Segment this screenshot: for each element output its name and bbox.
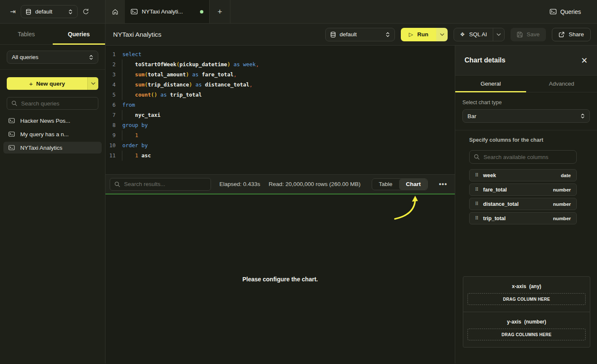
more-options-icon[interactable]: ••• xyxy=(436,181,450,188)
code-line[interactable]: 9 1 xyxy=(105,130,455,140)
save-button[interactable]: Save xyxy=(511,28,546,41)
drag-handle-icon[interactable]: ⠿ xyxy=(475,187,478,192)
x-axis-drop-zone[interactable]: DRAG COLUMN HERE xyxy=(467,293,586,305)
tab-advanced[interactable]: Advanced xyxy=(526,75,597,92)
header-database-select[interactable]: default xyxy=(325,28,395,41)
line-number: 3 xyxy=(105,70,122,80)
home-tab[interactable] xyxy=(105,0,125,23)
tab-general[interactable]: General xyxy=(455,75,526,92)
tab-nytaxi-analytics[interactable]: NYTaxi Analyti... xyxy=(125,0,210,23)
sidebar: Tables Queries All queries + New query xyxy=(0,24,105,364)
columns-search-input[interactable] xyxy=(484,154,572,160)
new-query-label: New query xyxy=(36,81,65,87)
chart-type-label: Select chart type xyxy=(462,100,590,105)
x-axis-section: x-axis(any) DRAG COLUMN HERE xyxy=(463,277,590,312)
drag-handle-icon[interactable]: ⠿ xyxy=(475,173,478,178)
drag-handle-icon[interactable]: ⠿ xyxy=(475,201,478,207)
column-type: number xyxy=(553,187,571,192)
query-search-input[interactable] xyxy=(21,100,96,107)
line-number: 1 xyxy=(105,49,122,59)
line-number: 6 xyxy=(105,100,122,110)
sql-editor[interactable]: 1select2 toStartOfWeek(pickup_datetime) … xyxy=(105,46,455,174)
drag-handle-icon[interactable]: ⠿ xyxy=(475,216,478,221)
chart-panel-tabs: General Advanced xyxy=(455,75,597,92)
sidebar-divider xyxy=(0,69,105,70)
new-tab-button[interactable]: + xyxy=(217,8,222,16)
code-line[interactable]: 11 1 asc xyxy=(105,151,455,161)
chevron-updown-icon xyxy=(89,54,93,60)
work-area: 1select2 toStartOfWeek(pickup_datetime) … xyxy=(105,46,455,364)
code-line[interactable]: 8group by xyxy=(105,120,455,130)
sparkle-icon: ❖ xyxy=(460,31,465,38)
share-label: Share xyxy=(569,31,584,38)
code-line[interactable]: 2 toStartOfWeek(pickup_datetime) as week… xyxy=(105,59,455,70)
view-toggle-table[interactable]: Table xyxy=(372,179,399,190)
column-name: fare_total xyxy=(483,187,553,193)
query-filter-select[interactable]: All queries xyxy=(7,51,98,64)
save-label: Save xyxy=(527,31,540,38)
code-line[interactable]: 5 count() as trip_total xyxy=(105,90,455,100)
y-axis-section: y-axis(number) DRAG COLUMNS HERE xyxy=(463,312,590,347)
collapse-sidebar-icon[interactable]: ⇥ xyxy=(10,8,16,15)
indent-guide xyxy=(122,80,122,90)
tab-label: NYTaxi Analyti... xyxy=(142,8,183,15)
annotation-arrow xyxy=(392,195,420,221)
line-number: 9 xyxy=(105,130,122,140)
sidebar-body: All queries + New query xyxy=(0,45,105,154)
new-query-button[interactable]: + New query xyxy=(7,77,87,90)
query-list-item[interactable]: My query has a n... xyxy=(3,128,102,140)
code-line[interactable]: 6from xyxy=(105,100,455,110)
share-icon xyxy=(559,32,565,38)
code-line[interactable]: 1select xyxy=(105,49,455,59)
new-query-dropdown-button[interactable] xyxy=(87,77,98,90)
column-rows: ⠿weekdate⠿fare_totalnumber⠿distance_tota… xyxy=(469,169,577,224)
code-line[interactable]: 3 sum(total_amount) as fare_total, xyxy=(105,70,455,80)
y-axis-hint: (number) xyxy=(524,319,546,325)
query-list-item[interactable]: Hacker News Pos... xyxy=(3,115,102,127)
run-dropdown-button[interactable] xyxy=(436,28,448,41)
sql-ai-button[interactable]: ❖ SQL AI xyxy=(454,31,493,38)
search-icon xyxy=(474,154,480,160)
columns-section: Specify columns for the chart ⠿weekdate⠿… xyxy=(469,137,577,224)
terminal-icon xyxy=(8,145,15,150)
elapsed-stat: Elapsed: 0.433s xyxy=(219,181,260,187)
sql-ai-label: SQL AI xyxy=(469,31,487,38)
chart-type-select[interactable]: Bar xyxy=(462,109,590,123)
column-row-fare_total[interactable]: ⠿fare_totalnumber xyxy=(469,183,577,196)
column-row-week[interactable]: ⠿weekdate xyxy=(469,169,577,181)
close-icon[interactable]: ✕ xyxy=(581,57,588,65)
code-line[interactable]: 7 nyc_taxi xyxy=(105,110,455,120)
topbar-database-value: default xyxy=(35,8,65,15)
column-row-trip_total[interactable]: ⠿trip_totalnumber xyxy=(469,212,577,224)
line-number: 5 xyxy=(105,90,122,100)
run-button[interactable]: ▷ Run xyxy=(401,28,436,41)
sidebar-tab-queries[interactable]: Queries xyxy=(53,24,105,44)
queries-button[interactable]: Queries xyxy=(550,0,581,23)
query-filter-value: All queries xyxy=(12,54,85,60)
chart-placeholder-message: Please configure the chart. xyxy=(243,276,318,283)
terminal-icon xyxy=(550,9,556,14)
query-search-box xyxy=(7,97,98,110)
refresh-icon[interactable] xyxy=(83,8,89,15)
query-list-item[interactable]: NYTaxi Analytics xyxy=(3,142,102,154)
y-axis-drop-zone[interactable]: DRAG COLUMNS HERE xyxy=(467,329,586,340)
code-line[interactable]: 10order by xyxy=(105,140,455,151)
sql-ai-dropdown-button[interactable] xyxy=(493,28,504,41)
share-button[interactable]: Share xyxy=(552,28,591,41)
indent-guide xyxy=(122,130,122,140)
column-type: number xyxy=(553,202,571,207)
indent-guide xyxy=(122,70,122,80)
line-number: 11 xyxy=(105,151,122,161)
sql-console-app: ⇥ default xyxy=(0,0,597,364)
view-toggle-chart[interactable]: Chart xyxy=(399,179,427,190)
topbar-database-select[interactable]: default xyxy=(21,5,78,18)
sidebar-tab-tables[interactable]: Tables xyxy=(0,24,53,44)
column-type: number xyxy=(553,216,571,221)
new-tab-wrap: + xyxy=(210,0,230,23)
results-search-input[interactable] xyxy=(124,181,206,187)
query-title: NYTaxi Analytics xyxy=(113,31,319,38)
code-line[interactable]: 4 sum(trip_distance) as distance_total, xyxy=(105,80,455,90)
line-number: 8 xyxy=(105,120,122,130)
query-header: NYTaxi Analytics default ▷ Run xyxy=(105,24,597,46)
column-row-distance_total[interactable]: ⠿distance_totalnumber xyxy=(469,198,577,210)
